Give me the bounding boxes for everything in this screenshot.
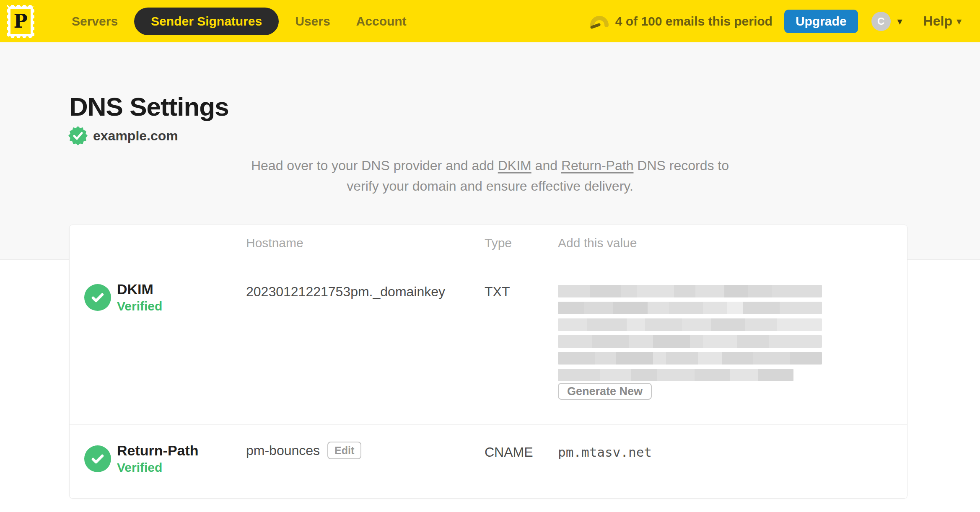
help-menu[interactable]: Help ▾ [923,13,962,29]
help-label: Help [923,13,952,29]
return-path-hostname-cell: pm-bounces Edit [246,442,361,459]
table-row-dkim: DKIM Verified 20230121221753pm._domainke… [70,260,907,425]
postmark-logo[interactable]: P [7,5,34,38]
return-path-status: Return-Path Verified [84,442,199,475]
domain-row: example.com [68,126,178,145]
page: P Servers Sender Signatures Users Accoun… [0,0,980,512]
record-name: Return-Path [117,442,199,459]
logo-letter: P [13,12,27,31]
dkim-link[interactable]: DKIM [498,158,531,173]
nav-items: Servers Sender Signatures Users Account [59,0,420,42]
redacted-value-line [558,302,822,314]
instruction-text: DNS records to [633,158,729,173]
verified-check-icon [84,445,111,472]
nav-item-sender-signatures[interactable]: Sender Signatures [134,8,279,35]
instruction-text: and [531,158,561,173]
return-path-type: CNAME [485,445,533,460]
nav-right: 4 of 100 emails this period Upgrade C ▾ … [590,10,962,33]
table-row-return-path: Return-Path Verified pm-bounces Edit CNA… [70,425,907,499]
redacted-value-line [558,335,822,348]
usage-text: 4 of 100 emails this period [615,14,773,28]
dkim-redacted-value [558,285,822,385]
verified-badge: Verified [117,299,162,313]
dns-instructions: Head over to your DNS provider and add D… [0,155,980,197]
verified-seal-icon [68,126,88,145]
table-header: Hostname Type Add this value [70,225,907,260]
redacted-value-line [558,352,822,365]
postmark-stamp-icon: P [10,9,31,34]
verified-badge: Verified [117,460,199,475]
return-path-link[interactable]: Return-Path [561,158,634,173]
account-menu[interactable]: C ▾ [871,12,902,31]
edit-button[interactable]: Edit [327,442,361,459]
instruction-text: Head over to your DNS provider and add [251,158,498,173]
dkim-hostname: 20230121221753pm._domainkey [246,284,445,300]
redacted-value-line [558,318,822,331]
top-navbar: P Servers Sender Signatures Users Accoun… [0,0,980,42]
page-title: DNS Settings [69,92,229,122]
dkim-status: DKIM Verified [84,281,162,313]
nav-item-account[interactable]: Account [343,0,420,42]
generate-new-button[interactable]: Generate New [558,383,652,400]
return-path-hostname: pm-bounces [246,443,320,458]
dkim-status-text: DKIM Verified [117,281,162,313]
chevron-down-icon: ▾ [957,16,962,26]
nav-item-users[interactable]: Users [282,0,343,42]
redacted-value-line [558,285,822,297]
main-content: DNS Settings example.com Head over to yo… [0,42,980,512]
record-name: DKIM [117,281,162,297]
redacted-value-line [558,369,793,381]
dns-records-table: Hostname Type Add this value DKIM Verifi… [69,225,907,499]
instruction-text-line2: verify your domain and ensure effective … [347,178,633,194]
dkim-type: TXT [485,284,510,300]
verified-check-icon [84,284,111,311]
column-header-hostname: Hostname [246,236,303,250]
return-path-value: pm.mtasv.net [558,445,652,460]
chevron-down-icon: ▾ [897,16,902,26]
column-header-value: Add this value [558,236,637,250]
usage-indicator[interactable]: 4 of 100 emails this period [590,13,773,29]
domain-name: example.com [93,128,178,144]
upgrade-button[interactable]: Upgrade [784,10,858,33]
avatar: C [871,12,891,31]
return-path-status-text: Return-Path Verified [117,442,199,475]
gauge-icon [590,13,609,29]
nav-item-servers[interactable]: Servers [59,0,131,42]
column-header-type: Type [485,236,512,250]
